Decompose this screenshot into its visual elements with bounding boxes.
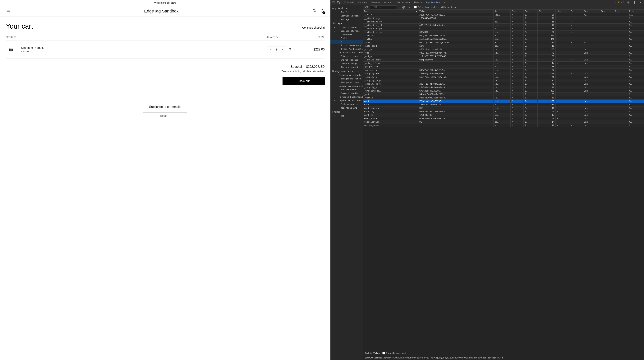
sidebar-item[interactable]: ▸Speculative loads — [330, 99, 363, 102]
sidebar-item[interactable]: IndexedDB — [330, 33, 363, 37]
sidebar-item[interactable]: ▸Shared storage — [330, 58, 363, 62]
sidebar-item[interactable]: ▸Local storage — [330, 26, 363, 29]
cookie-row[interactable]: _attn_bopd_noneed…/S…15✓M… — [363, 44, 644, 48]
delete-selected-icon[interactable] — [408, 6, 411, 9]
cookie-row[interactable]: _tracking_co…%7B%22con%22%3A%….e…/2…362L… — [363, 89, 644, 93]
show-decoded-checkbox[interactable] — [382, 352, 385, 354]
column-header[interactable]: Sa… — [583, 10, 600, 13]
sidebar-item[interactable]: Service workers — [330, 14, 363, 18]
sidebar-item[interactable]: ▸Session storage — [330, 29, 363, 33]
sidebar-item[interactable]: Storage — [330, 18, 363, 21]
cookie-row[interactable]: localizationUSed…/2…14LaxM… — [363, 120, 644, 124]
cookie-row[interactable]: __wtbaeyJ1aSI6eyJ0IjoxNzMwN…ed…/2…846M… — [363, 37, 644, 41]
cookie-row[interactable]: cart_currencyUSDed…/2…16LaxM… — [363, 106, 644, 110]
kebab-menu-icon[interactable] — [633, 1, 636, 4]
tab-memory[interactable]: Memory — [412, 1, 424, 4]
cookie-row[interactable]: cart2Z2NwLWV1cm9wZS13Z…ed…/2…104M… — [363, 103, 644, 106]
column-header[interactable]: Cr… — [614, 10, 628, 13]
hamburger-icon[interactable] — [6, 9, 10, 14]
sidebar-item[interactable]: Notifications — [330, 88, 363, 92]
refresh-icon[interactable] — [365, 6, 368, 9]
cookie-row[interactable]: __attentive_id430f28e19bdb4dc3be0…ed…/2…… — [363, 24, 644, 27]
column-header[interactable]: Pri… — [628, 10, 644, 13]
only-issues-checkbox[interactable] — [414, 6, 417, 9]
tab-sources[interactable]: Sources — [369, 1, 382, 4]
cookie-row[interactable]: _shopify_sa_p.e…/2…13LaxM… — [363, 79, 644, 82]
cookie-row[interactable]: __kla_ideyJjaWQiOiJNems1TTJG…ed…/2…304M… — [363, 34, 644, 37]
tab-performance[interactable]: Performance — [395, 1, 412, 4]
remove-item-icon[interactable] — [289, 48, 292, 51]
cookie-row[interactable]: _orig_referrer.e…/2…14✓LaxM… — [363, 62, 644, 65]
column-header[interactable]: Pa… — [600, 10, 614, 13]
cookie-row[interactable]: __attentive_pv6ed…/2…15✓M… — [363, 27, 644, 31]
sidebar-item[interactable]: Reporting API — [330, 106, 363, 110]
cookie-row[interactable]: __attentive_dv1ed…/2…15✓M… — [363, 20, 644, 24]
sidebar-item[interactable]: Background sync — [330, 81, 363, 84]
cookie-row[interactable]: _uetsidb4ba0c50982a11ef919e….e…/2…39M… — [363, 93, 644, 96]
cookie-row[interactable]: __attentive_c…1730449465585ed…/2…28M… — [363, 17, 644, 20]
cookie-row[interactable]: _gcl_au1.1.986179124.1730449….e…/2…31M… — [363, 55, 644, 58]
cookie-value-text[interactable]: Z2NwLWV1cm9wZS13ZXN0MTowMUpCTE4wMUpCS0RF… — [363, 355, 644, 360]
sidebar-item[interactable]: https://sdk.postscri… — [330, 47, 363, 51]
settings-gear-icon[interactable] — [627, 1, 630, 4]
sidebar-item[interactable]: ▾Cookies — [330, 37, 363, 40]
sidebar-item[interactable]: Bounce tracking mitiga… — [330, 84, 363, 88]
close-devtools-icon[interactable] — [639, 1, 642, 4]
sidebar-item[interactable]: Interest groups — [330, 55, 363, 58]
more-tabs-icon[interactable]: » — [442, 0, 447, 5]
cart-icon[interactable]: 1 — [320, 9, 324, 14]
cookie-row[interactable]: _shopify_ess…:AZLm0y1uAAEASvyTeHi…ed…/2…… — [363, 72, 644, 75]
cookies-table[interactable]: Name ▲ValueD…Pa…Ex…SizeHt…S…Sa…Pa…Cr…Pri… — [363, 10, 644, 350]
cookie-row[interactable]: cart_ts1730449730ed…/2…17✓LaxM… — [363, 113, 644, 117]
cookie-row[interactable]: ⓘMUID3159FA6CF72367C41E2….bi…/2…36✓N…Hi… — [363, 13, 644, 17]
checkout-button[interactable]: Check out — [282, 77, 325, 85]
search-icon[interactable] — [312, 9, 317, 14]
sidebar-item[interactable]: Push messaging — [330, 102, 363, 106]
inspect-icon[interactable] — [332, 1, 336, 4]
cookie-row[interactable]: _shopify_yc6e502e9-143a-405a-8….e…/2…46L… — [363, 86, 644, 89]
column-header[interactable]: Value — [418, 10, 494, 13]
column-header[interactable]: D… — [493, 10, 510, 13]
sidebar-item[interactable]: Periodic background s… — [330, 95, 363, 99]
sidebar-item[interactable] — [330, 40, 363, 44]
submit-arrow-icon[interactable]: → — [182, 114, 185, 117]
sidebar-item[interactable]: Manifest — [330, 10, 363, 14]
sidebar-item[interactable]: ▸top — [330, 114, 363, 118]
cookie-row[interactable]: _cmp_a%7B%22purposes%22%….e…/2…167LaxM… — [363, 48, 644, 51]
column-header[interactable]: Ex… — [524, 10, 538, 13]
product-name[interactable]: One Item Product — [21, 46, 267, 49]
cookie-row[interactable]: _ps_pop_373…red…/2…15M… — [363, 65, 644, 69]
warning-badge[interactable]: ▲ 1 — [615, 1, 619, 4]
product-image[interactable]: 📷 — [6, 46, 16, 53]
qty-decrease-button[interactable]: − — [268, 48, 274, 51]
tab-application[interactable]: Application — [424, 1, 442, 4]
qty-value[interactable]: 1 — [274, 48, 279, 51]
cookie-row[interactable]: _uetvidb4ba3320982a11efaace….e…/2…39M… — [363, 96, 644, 100]
filter-input[interactable] — [370, 5, 397, 9]
error-badge[interactable]: ⊗ 2 — [620, 1, 624, 4]
tab-console[interactable]: Console — [356, 1, 369, 4]
store-brand[interactable]: EdgeTag Sandbox — [144, 9, 179, 14]
cookie-row[interactable]: _landing_page%2Fpassword.e…/2…24✓LaxM… — [363, 58, 644, 62]
email-input[interactable]: Email → — [143, 112, 187, 119]
cookie-row[interactable]: __attentive_s…ORGANICed…/2…30✓M… — [363, 31, 644, 34]
column-header[interactable]: Ht… — [556, 10, 570, 13]
cookie-row[interactable]: _shopify_s66df7dae-710a-4677-a2….e…/2…46… — [363, 75, 644, 79]
cookie-row[interactable]: _shopify_sa_t2024-11-01T08%3A29%….e…/2…4… — [363, 82, 644, 86]
sidebar-item[interactable]: Private state tokens — [330, 51, 363, 55]
column-header[interactable]: Name ▲ — [363, 10, 418, 13]
device-toggle-icon[interactable] — [337, 1, 340, 4]
cookie-row[interactable]: _fbpfb.2.1730449465034.71….e…/2…41LaxM… — [363, 51, 644, 55]
column-header[interactable]: S… — [570, 10, 583, 13]
tab-elements[interactable]: Elements — [342, 1, 356, 4]
cookie-row[interactable]: cart_sigea7837a19011316355c4…ed…/2…40✓La… — [363, 110, 644, 113]
sidebar-item[interactable]: Back/forward cache — [330, 73, 363, 77]
sidebar-item[interactable]: Background fetch — [330, 77, 363, 81]
cookie-row[interactable]: _attn_eyJ1Ijoie1wiY29cIjoxNzM…ed…/2…170✓… — [363, 41, 644, 44]
column-header[interactable]: Size — [538, 10, 556, 13]
sidebar-item[interactable]: Storage buckets — [330, 65, 363, 69]
cookie-row[interactable]: keep_aliveeca433fb-a28a-4044-b…ed…/2…46✓… — [363, 117, 644, 120]
clear-all-icon[interactable] — [402, 6, 405, 9]
continue-shopping-link[interactable]: Continue shopping — [302, 26, 325, 29]
sidebar-item[interactable]: Cache storage — [330, 62, 363, 65]
